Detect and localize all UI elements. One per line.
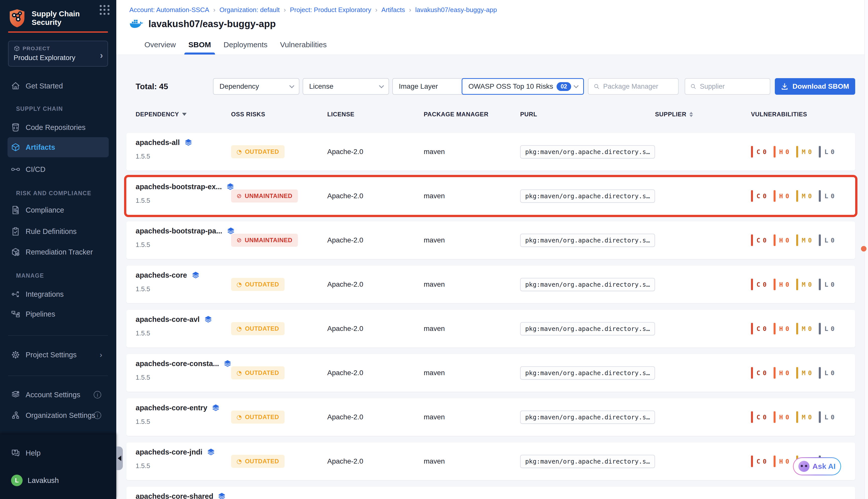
sidebar-collapse-handle[interactable]	[116, 447, 123, 470]
dependency-name: apacheds-bootstrap-pa...	[136, 227, 235, 235]
license-filter-dropdown[interactable]: License	[303, 78, 389, 95]
vuln-count-medium: M0	[796, 146, 812, 158]
table-row[interactable]: apacheds-core-jndi 1.5.5 OUTDATED Apache…	[126, 442, 855, 480]
dependency-version: 1.5.5	[136, 197, 150, 205]
table-row[interactable]: apacheds-all 1.5.5 OUTDATED Apache-2.0 m…	[126, 133, 855, 171]
package-manager-cell: maven	[424, 266, 445, 303]
package-manager-cell: maven	[424, 487, 445, 499]
org-hierarchy-icon	[11, 411, 20, 420]
box-wrench-icon	[11, 247, 20, 257]
dependency-name: apacheds-all	[136, 138, 193, 147]
brand-underline	[8, 32, 108, 33]
risk-status-icon	[237, 369, 242, 376]
severity-bar-icon	[796, 279, 798, 290]
app-switcher-grid-icon[interactable]	[100, 5, 110, 15]
vuln-count-high: H0	[773, 279, 790, 290]
sidebar-item-organization-settings[interactable]: Organization Settings i	[8, 408, 109, 422]
dependency-name: apacheds-core-consta...	[136, 359, 232, 368]
supplier-search-input[interactable]	[700, 83, 765, 90]
image-layer-filter-dropdown[interactable]: Image Layer	[392, 78, 472, 95]
avatar: L	[11, 475, 23, 486]
table-row[interactable]: apacheds-bootstrap-pa... 1.5.5 UNMAINTAI…	[126, 221, 855, 259]
dependency-name: apacheds-core	[136, 271, 200, 280]
purl-pill[interactable]: pkg:maven/org.apache.directory.s…	[520, 234, 655, 247]
purl-pill[interactable]: pkg:maven/org.apache.directory.s…	[520, 190, 655, 203]
table-row[interactable]: apacheds-core-avl 1.5.5 OUTDATED Apache-…	[126, 310, 855, 348]
layers-icon	[217, 492, 226, 499]
column-header-supplier[interactable]: SUPPLIER	[655, 111, 693, 118]
column-header-dependency[interactable]: DEPENDENCY	[136, 111, 187, 118]
vuln-count-high: H0	[773, 411, 790, 423]
sidebar-item-get-started[interactable]: Get Started	[8, 79, 109, 93]
breadcrumb-current-artifact[interactable]: lavakush07/easy-buggy-app	[415, 6, 497, 14]
table-row[interactable]: apacheds-core-consta... 1.5.5 OUTDATED A…	[126, 354, 855, 392]
owasp-risks-filter-dropdown[interactable]: OWASP OSS Top 10 Risks 02	[462, 78, 584, 95]
chevron-right-icon: ›	[100, 50, 103, 61]
sidebar-item-code-repositories[interactable]: Code Repositories	[8, 120, 109, 134]
breadcrumb-account[interactable]: Account: Automation-SSCA	[129, 6, 209, 14]
table-row[interactable]: apacheds-core 1.5.5 OUTDATED Apache-2.0 …	[126, 266, 855, 303]
ask-ai-button[interactable]: Ask AI	[793, 457, 841, 475]
dependency-filter-dropdown[interactable]: Dependency	[213, 78, 299, 95]
purl-pill[interactable]: pkg:maven/org.apache.directory.s…	[520, 455, 655, 468]
tab-deployments[interactable]: Deployments	[224, 37, 268, 54]
severity-bar-icon	[796, 323, 798, 334]
vulnerability-counts: C0H0M0L0	[751, 323, 835, 334]
tab-overview[interactable]: Overview	[145, 37, 176, 54]
breadcrumb: Account: Automation-SSCA› Organization: …	[129, 6, 497, 14]
vuln-count-low: L0	[819, 323, 835, 334]
tab-vulnerabilities[interactable]: Vulnerabilities	[280, 37, 327, 54]
vuln-count-medium: M0	[796, 323, 812, 334]
package-manager-search-input[interactable]	[603, 83, 673, 90]
sidebar-item-integrations[interactable]: Integrations	[8, 287, 109, 301]
help-button[interactable]: Help	[11, 449, 41, 458]
sidebar-item-project-settings[interactable]: Project Settings ›	[8, 348, 109, 362]
download-sbom-button[interactable]: Download SBOM	[775, 78, 855, 95]
document-search-icon	[11, 206, 20, 215]
breadcrumb-separator: ›	[375, 6, 377, 14]
info-icon[interactable]: i	[94, 391, 101, 399]
table-row[interactable]: apacheds-core-entry 1.5.5 OUTDATED Apach…	[126, 398, 855, 436]
severity-bar-icon	[773, 234, 776, 246]
project-selector[interactable]: PROJECT Product Exploratory ›	[8, 41, 108, 66]
sidebar-item-account-settings[interactable]: Account Settings i	[8, 388, 109, 402]
breadcrumb-project[interactable]: Project: Product Exploratory	[290, 6, 371, 14]
package-manager-cell: maven	[424, 177, 445, 215]
vuln-count-critical: C0	[751, 411, 767, 423]
sidebar-item-remediation-tracker[interactable]: Remediation Tracker	[8, 245, 109, 259]
sidebar-item-pipelines[interactable]: Pipelines	[8, 307, 109, 321]
breadcrumb-artifacts[interactable]: Artifacts	[382, 6, 405, 14]
sidebar-item-artifacts[interactable]: Artifacts	[8, 137, 109, 157]
oss-risk-badge: OUTDATED	[231, 411, 285, 424]
tab-sbom[interactable]: SBOM	[188, 37, 211, 54]
risk-status-icon	[237, 237, 242, 244]
package-manager-cell: maven	[424, 133, 445, 171]
layers-icon	[204, 315, 213, 324]
purl-pill[interactable]: pkg:maven/org.apache.directory.s…	[520, 322, 655, 336]
vulnerability-counts: C0H0M0L0	[751, 411, 835, 423]
sidebar-item-compliance[interactable]: Compliance	[8, 203, 109, 217]
oss-risk-badge: OUTDATED	[231, 322, 285, 335]
column-header-oss-risks: OSS RISKS	[231, 111, 265, 118]
dependency-version: 1.5.5	[136, 285, 150, 293]
purl-pill[interactable]: pkg:maven/org.apache.directory.s…	[520, 366, 655, 380]
sidebar-item-cicd[interactable]: CI/CD	[8, 162, 109, 177]
vuln-count-medium: M0	[796, 279, 812, 290]
severity-bar-icon	[751, 190, 753, 202]
vuln-count-medium: M0	[796, 190, 812, 202]
package-manager-cell: maven	[424, 310, 445, 348]
purl-pill[interactable]: pkg:maven/org.apache.directory.s…	[520, 145, 655, 159]
vuln-count-high: H0	[773, 234, 790, 246]
purl-pill[interactable]: pkg:maven/org.apache.directory.s…	[520, 411, 655, 424]
table-row[interactable]: apacheds-core-shared 1.5.5 OUTDATED Apac…	[126, 487, 855, 499]
sidebar-item-rule-definitions[interactable]: Rule Definitions	[8, 224, 109, 239]
severity-bar-icon	[796, 234, 798, 246]
risk-status-icon	[237, 148, 242, 155]
sidebar: Supply Chain Security PROJECT Product Ex…	[0, 0, 116, 499]
breadcrumb-organization[interactable]: Organization: default	[220, 6, 280, 14]
purl-pill[interactable]: pkg:maven/org.apache.directory.s…	[520, 278, 655, 291]
info-icon[interactable]: i	[94, 412, 101, 419]
user-menu[interactable]: L Lavakush	[11, 475, 59, 486]
risk-status-icon	[237, 414, 242, 421]
table-row-highlighted[interactable]: apacheds-bootstrap-ex... 1.5.5 UNMAINTAI…	[126, 177, 855, 215]
